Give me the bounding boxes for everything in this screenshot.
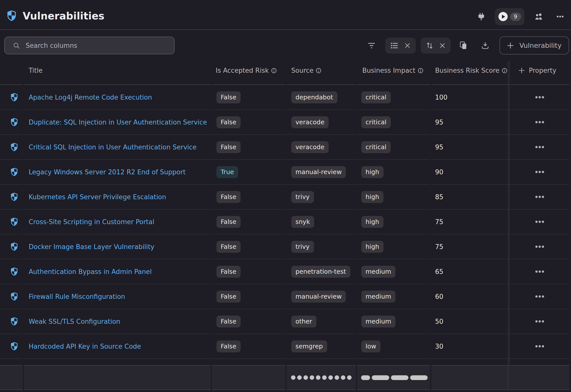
search-icon	[13, 42, 20, 49]
vulnerability-title-link[interactable]: Authentication Bypass in Admin Panel	[29, 268, 152, 275]
accepted-risk-badge: False	[216, 266, 241, 278]
row-actions-button[interactable]	[535, 171, 544, 173]
risk-score: 95	[435, 143, 443, 151]
vulnerability-shield-icon	[11, 243, 18, 251]
source-badge: manual-review	[291, 291, 346, 303]
plus-icon	[507, 42, 514, 49]
row-actions-button[interactable]	[535, 196, 544, 198]
risk-score: 30	[435, 343, 443, 350]
more-options-icon[interactable]	[557, 16, 564, 17]
source-badge: other	[291, 316, 316, 327]
row-actions-button[interactable]	[535, 320, 544, 323]
filter-icon[interactable]	[368, 42, 375, 49]
column-header-business-impact[interactable]: Business Impact	[357, 61, 430, 85]
plus-icon	[518, 67, 525, 74]
row-actions-button[interactable]	[535, 270, 544, 273]
vulnerability-title-link[interactable]: Critical SQL Injection in User Authentic…	[29, 143, 196, 151]
table-row: Legacy Windows Server 2012 R2 End of Sup…	[0, 160, 569, 185]
row-actions-button[interactable]	[535, 146, 544, 148]
source-badge: snyk	[291, 216, 314, 228]
vulnerability-shield-icon	[11, 193, 18, 201]
impact-badge: high	[361, 191, 383, 203]
accepted-risk-badge: False	[216, 216, 241, 228]
clear-group-icon[interactable]	[405, 43, 410, 48]
vulnerability-title-link[interactable]: Weak SSL/TLS Configuration	[29, 318, 120, 325]
risk-score: 75	[435, 243, 443, 251]
risk-score: 95	[435, 119, 443, 126]
row-actions-button[interactable]	[535, 246, 544, 248]
risk-score: 100	[435, 94, 448, 101]
page-title: Vulnerabilities	[23, 10, 104, 22]
add-vulnerability-button[interactable]: Vulnerability	[499, 36, 569, 55]
app-shield-logo-icon	[7, 10, 16, 21]
source-badge: veracode	[291, 141, 329, 153]
accepted-risk-badge: False	[216, 316, 241, 327]
group-by-control	[385, 38, 416, 54]
source-badge: veracode	[291, 116, 329, 128]
row-actions-button[interactable]	[535, 96, 544, 98]
vulnerability-title-link[interactable]: Duplicate: SQL Injection in User Authent…	[29, 119, 207, 126]
vulnerability-shield-icon	[11, 118, 18, 126]
search-input[interactable]: Search columns	[4, 37, 175, 54]
impact-badge: high	[361, 241, 383, 253]
plugin-icon[interactable]	[478, 13, 484, 21]
column-header-accepted-risk[interactable]: Is Accepted Risk	[212, 61, 285, 85]
vulnerability-title-link[interactable]: Apache Log4j Remote Code Execution	[29, 94, 152, 101]
table-row: Duplicate: SQL Injection in User Authent…	[0, 110, 569, 135]
vulnerabilities-table: Title Is Accepted Risk Source Business I…	[0, 61, 571, 390]
vulnerability-title-link[interactable]: Hardcoded API Key in Source Code	[29, 343, 141, 350]
column-header-title[interactable]: Title	[24, 61, 211, 85]
table-header-row: Title Is Accepted Risk Source Business I…	[0, 61, 569, 85]
row-actions-button[interactable]	[535, 345, 544, 347]
vulnerability-shield-icon	[11, 317, 18, 326]
clear-sort-icon[interactable]	[440, 43, 445, 48]
vulnerability-title-link[interactable]: Docker Image Base Layer Vulnerability	[29, 243, 154, 251]
accepted-risk-badge: True	[216, 166, 238, 178]
run-status-button[interactable]: 9	[495, 8, 524, 25]
users-icon[interactable]	[534, 13, 543, 20]
search-placeholder: Search columns	[26, 42, 77, 49]
sort-icon[interactable]	[426, 42, 433, 49]
accepted-risk-badge: False	[216, 241, 241, 253]
download-icon[interactable]	[481, 42, 489, 49]
list-icon[interactable]	[391, 42, 398, 49]
info-icon	[316, 68, 321, 73]
risk-score: 85	[435, 193, 443, 201]
impact-badge: medium	[361, 291, 395, 303]
vulnerability-title-link[interactable]: Kubernetes API Server Privilege Escalati…	[29, 193, 166, 201]
row-actions-button[interactable]	[535, 121, 544, 123]
info-icon	[502, 68, 507, 73]
copy-icon[interactable]	[460, 41, 468, 50]
impact-badge: medium	[361, 316, 395, 327]
impact-badge: high	[361, 216, 383, 228]
column-header-business-risk-score[interactable]: Business Risk Score	[431, 61, 509, 85]
source-badge: dependabot	[291, 91, 337, 103]
pinned-column-divider	[509, 61, 510, 390]
source-badge: trivy	[291, 241, 314, 253]
column-header-source[interactable]: Source	[286, 61, 356, 85]
add-vulnerability-label: Vulnerability	[519, 42, 562, 49]
impact-badge: medium	[361, 266, 395, 278]
accepted-risk-badge: False	[216, 91, 241, 103]
vulnerability-title-link[interactable]: Firewall Rule Misconfiguration	[29, 293, 125, 300]
vulnerability-shield-icon	[11, 218, 18, 226]
risk-score: 90	[435, 168, 443, 176]
risk-score: 75	[435, 218, 443, 226]
table-row: Hardcoded API Key in Source Code False s…	[0, 334, 569, 359]
accepted-risk-badge: False	[216, 291, 241, 303]
source-badge: trivy	[291, 191, 314, 203]
table-row: Kubernetes API Server Privilege Escalati…	[0, 185, 569, 209]
row-actions-button[interactable]	[535, 295, 544, 298]
add-property-button[interactable]: Property	[510, 61, 569, 85]
vulnerability-title-link[interactable]: Legacy Windows Server 2012 R2 End of Sup…	[29, 168, 186, 176]
source-badge: penetration-test	[291, 266, 350, 278]
table-body: Apache Log4j Remote Code Execution False…	[0, 85, 569, 359]
risk-score: 50	[435, 318, 443, 325]
accepted-risk-badge: False	[216, 116, 241, 128]
app-header: Vulnerabilities 9	[0, 0, 571, 30]
impact-badge: critical	[361, 141, 391, 153]
risk-score: 65	[435, 268, 443, 275]
row-actions-button[interactable]	[535, 221, 544, 223]
source-badge: manual-review	[291, 166, 346, 178]
vulnerability-title-link[interactable]: Cross-Site Scripting in Customer Portal	[29, 218, 154, 226]
